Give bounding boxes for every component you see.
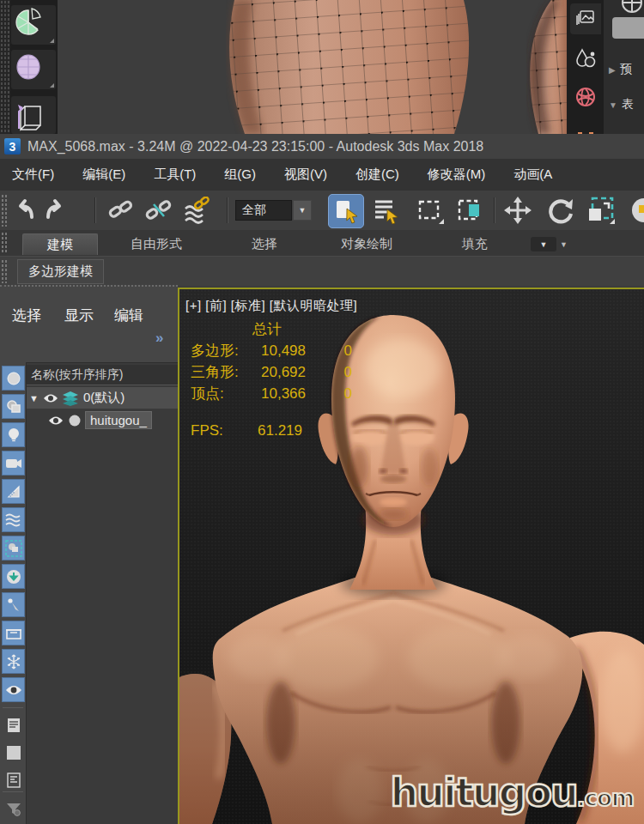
select-object-icon[interactable] bbox=[328, 194, 364, 228]
ribbon-tab-selection[interactable]: 选择 bbox=[239, 233, 290, 254]
scene-explorer-panel: 选择 显示 编辑 » bbox=[0, 285, 178, 824]
explorer-sort-header[interactable]: 名称(按升序排序) bbox=[27, 365, 179, 385]
toolbar-separator bbox=[227, 197, 228, 223]
menu-animation[interactable]: 动画(A bbox=[513, 167, 552, 183]
unlink-icon[interactable] bbox=[144, 197, 173, 224]
freeze-snowflake-icon[interactable] bbox=[2, 649, 25, 674]
strip-separator bbox=[3, 791, 23, 792]
dropdown-caret-icon[interactable]: ▼ bbox=[560, 240, 568, 249]
props-section-label: 预 bbox=[620, 62, 632, 76]
flyout-corner bbox=[50, 83, 54, 88]
panel-tab-display[interactable]: 显示 bbox=[64, 306, 94, 325]
object-label[interactable]: huitugou_ bbox=[85, 411, 152, 429]
ribbon-tab-freeform[interactable]: 自由形式 bbox=[122, 233, 191, 254]
layer-label[interactable]: 0(默认) bbox=[83, 390, 125, 406]
panel-overflow-chevron[interactable]: » bbox=[155, 330, 163, 347]
fps-label: FPS: bbox=[191, 422, 258, 439]
props-section-surface[interactable]: ▼表 bbox=[609, 97, 634, 112]
undo-icon[interactable] bbox=[10, 197, 39, 224]
crossing-region-icon[interactable] bbox=[456, 197, 485, 224]
pivot-center-icon[interactable] bbox=[627, 197, 644, 224]
material-texture-icon[interactable] bbox=[570, 43, 601, 74]
menu-create[interactable]: 创建(C) bbox=[355, 167, 399, 183]
stats-total-header: 总计 bbox=[252, 319, 282, 340]
rect-region-icon[interactable] bbox=[415, 197, 444, 224]
perspective-viewport[interactable]: [+] [前] [标准] [默认明暗处理] 总计 多边形: 10,498 0 三… bbox=[178, 288, 644, 824]
import-download-icon[interactable] bbox=[2, 564, 25, 589]
3dsmax-logo-icon: 3 bbox=[4, 138, 21, 154]
blank-swatch-icon[interactable] bbox=[2, 740, 25, 765]
frame-shapes-icon[interactable] bbox=[2, 536, 25, 560]
move-icon[interactable] bbox=[503, 197, 532, 224]
object-dot-icon bbox=[68, 414, 82, 427]
panel-tab-edit[interactable]: 编辑 bbox=[114, 306, 143, 325]
layer-row-default[interactable]: ▼ 0(默认) bbox=[27, 387, 179, 409]
window-title: MAX_5068.max - 3.24M @ 2022-04-23 23:15:… bbox=[27, 139, 483, 154]
ribbon-tab-modeling[interactable]: 建模 bbox=[22, 233, 98, 255]
visibility-eye-icon[interactable] bbox=[2, 677, 25, 702]
spacewarp-waves-icon[interactable] bbox=[2, 507, 25, 532]
geometry-circle-icon[interactable] bbox=[2, 366, 25, 391]
rotate-icon[interactable] bbox=[546, 197, 575, 224]
top-app-strip: ▶预 ▼表 bbox=[0, 0, 644, 134]
select-by-name-icon[interactable] bbox=[371, 197, 400, 224]
scale-icon[interactable] bbox=[586, 197, 615, 224]
fps-readout: FPS: 61.219 bbox=[191, 422, 302, 439]
ribbon-overflow-dropdown[interactable]: ▼ bbox=[531, 237, 556, 251]
stat-label: 顶点: bbox=[191, 384, 259, 403]
ribbon-grip bbox=[1, 259, 7, 283]
menu-edit[interactable]: 编辑(E) bbox=[82, 167, 125, 183]
blender-properties-tabs bbox=[567, 0, 604, 134]
segmented-sphere-tool-icon[interactable] bbox=[11, 5, 56, 45]
world-globe-icon[interactable] bbox=[570, 82, 601, 112]
container-box-icon[interactable] bbox=[2, 621, 25, 645]
filter-gear-icon[interactable] bbox=[2, 797, 25, 821]
menu-modifiers[interactable]: 修改器(M) bbox=[428, 167, 486, 183]
stats-row-verts: 顶点: 10,366 0 bbox=[191, 383, 352, 404]
viewport-statistics: 总计 多边形: 10,498 0 三角形: 20,692 0 顶点: 10,36… bbox=[191, 318, 352, 404]
pick-pen-icon[interactable] bbox=[2, 592, 25, 617]
link-icon[interactable] bbox=[106, 197, 136, 224]
menu-views[interactable]: 视图(V) bbox=[284, 167, 327, 183]
doc-outline-icon[interactable] bbox=[2, 767, 25, 792]
eye-icon[interactable] bbox=[42, 392, 59, 404]
viewport-label[interactable]: [+] [前] [标准] [默认明暗处理] bbox=[185, 298, 357, 314]
watermark-name: huitugou bbox=[390, 769, 576, 815]
stat-total: 20,692 bbox=[259, 364, 306, 381]
bind-spacewarp-icon[interactable] bbox=[182, 197, 211, 224]
toolbar-grip bbox=[1, 194, 7, 227]
fps-value: 61.219 bbox=[258, 422, 302, 439]
render-result-icon[interactable] bbox=[570, 3, 601, 34]
object-row-huitugou[interactable]: huitugou_ bbox=[27, 409, 179, 431]
menu-file[interactable]: 文件(F) bbox=[12, 167, 54, 183]
title-bar: 3 MAX_5068.max - 3.24M @ 2022-04-23 23:1… bbox=[0, 134, 644, 159]
panel-tab-select[interactable]: 选择 bbox=[12, 306, 41, 325]
main-toolbar: 全部 ▼ bbox=[0, 191, 644, 230]
selection-filter-dropdown[interactable]: 全部 bbox=[235, 200, 292, 221]
menu-tools[interactable]: 工具(T) bbox=[154, 167, 196, 183]
scene-explorer-tree: 名称(按升序排序) ▼ 0(默认) huitugou_ bbox=[26, 362, 179, 824]
subtab-polygon-modeling[interactable]: 多边形建模 bbox=[17, 259, 104, 284]
redo-icon[interactable] bbox=[40, 197, 70, 224]
menu-group[interactable]: 组(G) bbox=[224, 167, 256, 183]
collapse-arrow-icon[interactable]: ▼ bbox=[29, 393, 39, 403]
watermark-tld: .com bbox=[577, 785, 634, 811]
physics-icon[interactable] bbox=[570, 122, 601, 134]
helper-triangle-icon[interactable] bbox=[2, 479, 25, 504]
blender-toolbar bbox=[0, 0, 58, 134]
ribbon-tab-populate[interactable]: 填充 bbox=[453, 233, 496, 254]
blender-viewport bbox=[58, 0, 567, 134]
doc-list-icon[interactable] bbox=[2, 712, 25, 737]
extrude-cube-tool-icon[interactable] bbox=[11, 96, 56, 134]
eye-icon[interactable] bbox=[47, 415, 64, 427]
watermark: huitugou.com bbox=[390, 772, 634, 812]
props-button[interactable] bbox=[612, 17, 644, 39]
subdiv-sphere-tool-icon[interactable] bbox=[11, 50, 56, 89]
camera-icon[interactable] bbox=[2, 451, 25, 476]
ribbon-tab-object-paint[interactable]: 对象绘制 bbox=[330, 233, 404, 254]
shapes-icon[interactable] bbox=[2, 394, 25, 419]
light-bulb-icon[interactable] bbox=[2, 422, 25, 447]
ribbon-subtab-row: 多边形建模 bbox=[0, 256, 644, 286]
dropdown-caret-icon[interactable]: ▼ bbox=[293, 200, 312, 221]
props-section-preview[interactable]: ▶预 bbox=[609, 62, 632, 77]
